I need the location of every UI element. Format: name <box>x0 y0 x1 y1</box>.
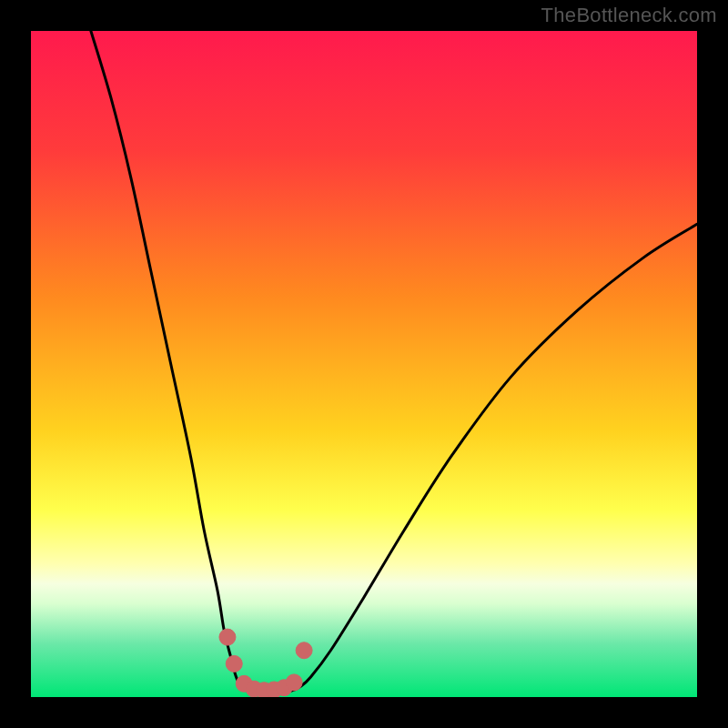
chart-frame: TheBottleneck.com <box>0 0 728 728</box>
watermark-text: TheBottleneck.com <box>541 4 717 27</box>
marker-dot <box>226 655 242 672</box>
marker-dot <box>286 674 302 691</box>
plot-area <box>31 31 697 697</box>
marker-dot <box>296 642 312 659</box>
marker-dot <box>219 629 236 645</box>
chart-svg <box>31 31 697 697</box>
